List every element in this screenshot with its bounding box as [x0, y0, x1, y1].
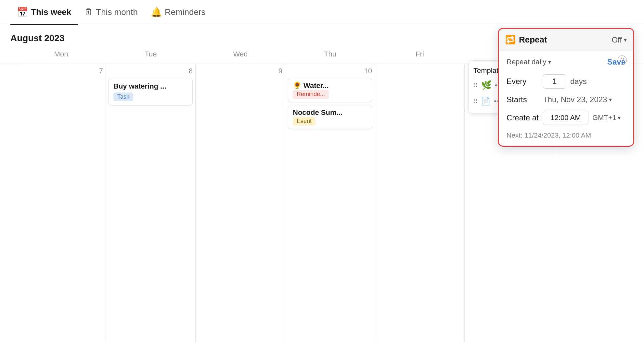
doc-icon: 📄	[481, 97, 491, 106]
event-card-water[interactable]: 🌻 Water... Reminde...	[288, 78, 372, 102]
help-icon[interactable]: ?	[618, 55, 627, 65]
template-item-2[interactable]: ⠿ 📄 •••	[469, 93, 501, 109]
create-at-label: Create at	[507, 113, 539, 122]
repeat-starts-row: Starts Thu, Nov 23, 2023 ▾	[507, 95, 625, 104]
tab-reminders-label: Reminders	[165, 7, 206, 17]
calendar-week-icon: 📅	[17, 7, 28, 18]
day-header-thu: Thu	[285, 47, 375, 61]
tab-this-month[interactable]: 🗓 This month	[78, 0, 144, 25]
day-header-fri: Fri	[375, 47, 465, 61]
template-panel: Templat ⠿ 🌿 ••• ⠿ 📄 •••	[469, 60, 501, 113]
event-title-buy-watering: Buy watering ...	[113, 82, 188, 91]
timezone-dropdown[interactable]: GMT+1 ▾	[592, 114, 621, 122]
create-at-time-input[interactable]	[543, 111, 588, 125]
day-number-7: 7	[19, 67, 103, 75]
tab-this-week-label: This week	[31, 7, 71, 17]
month-title: August 2023	[10, 33, 65, 43]
drag-dots-icon: ⠿	[473, 82, 478, 89]
tab-this-month-label: This month	[96, 7, 138, 17]
event-title-water: 🌻 Water...	[293, 81, 367, 90]
starts-label: Starts	[507, 95, 539, 104]
repeat-off-label: Off	[612, 35, 622, 44]
repeat-subheader: Repeat daily ▾ Save	[507, 57, 625, 67]
repeat-daily-dropdown[interactable]: Repeat daily ▾	[507, 58, 551, 66]
day-header-tue: Tue	[106, 47, 196, 61]
day-number-10: 10	[288, 67, 372, 75]
repeat-off-dropdown[interactable]: Off ▾	[612, 35, 627, 44]
starts-chevron-icon: ▾	[609, 96, 612, 103]
day-col-tue: 8 Buy watering ... Task	[106, 64, 196, 342]
bell-icon: 🔔	[151, 7, 162, 18]
day-number-9: 9	[198, 67, 282, 75]
day-header-wed: Wed	[196, 47, 285, 61]
every-label: Every	[507, 77, 539, 86]
day-col-fri	[375, 64, 465, 342]
next-occurrence-label: Next: 11/24/2023, 12:00 AM	[507, 131, 625, 139]
drag-dots-icon-2: ⠿	[473, 98, 478, 105]
day-header-mon: Mon	[16, 47, 106, 61]
repeat-daily-chevron: ▾	[548, 58, 551, 66]
event-card-buy-watering[interactable]: Buy watering ... Task	[109, 78, 193, 105]
starts-date-text: Thu, Nov 23, 2023	[543, 95, 607, 104]
timezone-chevron-icon: ▾	[618, 114, 621, 121]
badge-task: Task	[113, 92, 133, 101]
repeat-title-group: 🔁 Repeat	[505, 35, 547, 45]
calendar-month-icon: 🗓	[84, 7, 93, 18]
gutter-header	[0, 47, 16, 61]
day-col-thu: 10 🌻 Water... Reminde... Nocode Sum... E…	[285, 64, 375, 342]
main-content: August 2023 Mon Tue Wed Thu Fri Sat Sun …	[0, 25, 644, 342]
event-card-nocode[interactable]: Nocode Sum... Event	[288, 105, 372, 129]
plant-emoji-icon: 🌿	[481, 80, 492, 90]
repeat-panel: 🔁 Repeat Off ▾ ? Repeat daily ▾ Save	[498, 28, 634, 147]
tab-reminders[interactable]: 🔔 Reminders	[144, 0, 212, 25]
template-item-1[interactable]: ⠿ 🌿 •••	[469, 77, 501, 93]
repeat-body: Repeat daily ▾ Save Every days Starts Th…	[499, 51, 633, 146]
day-col-wed: 9	[196, 64, 285, 342]
day-number-8: 8	[109, 67, 193, 75]
badge-event: Event	[293, 117, 316, 126]
timezone-text: GMT+1	[592, 114, 616, 122]
every-unit: days	[570, 77, 587, 86]
nav-tabs: 📅 This week 🗓 This month 🔔 Reminders	[0, 0, 644, 25]
day-col-mon: 7	[16, 64, 106, 342]
repeat-daily-text: Repeat daily	[507, 58, 546, 66]
tab-this-week[interactable]: 📅 This week	[10, 0, 78, 25]
badge-reminder: Reminde...	[293, 90, 329, 99]
every-value-input[interactable]	[543, 74, 566, 89]
time-gutter	[0, 64, 16, 342]
repeat-panel-header: 🔁 Repeat Off ▾	[499, 29, 633, 51]
starts-date-dropdown[interactable]: Thu, Nov 23, 2023 ▾	[543, 95, 612, 104]
repeat-every-row: Every days	[507, 74, 625, 89]
help-text: ?	[621, 57, 624, 64]
chevron-down-icon: ▾	[624, 36, 627, 43]
repeat-icon: 🔁	[505, 35, 516, 45]
event-title-nocode: Nocode Sum...	[293, 108, 367, 117]
repeat-title: Repeat	[519, 35, 547, 45]
repeat-create-at-row: Create at GMT+1 ▾	[507, 111, 625, 125]
template-panel-header: Templat	[469, 65, 501, 77]
